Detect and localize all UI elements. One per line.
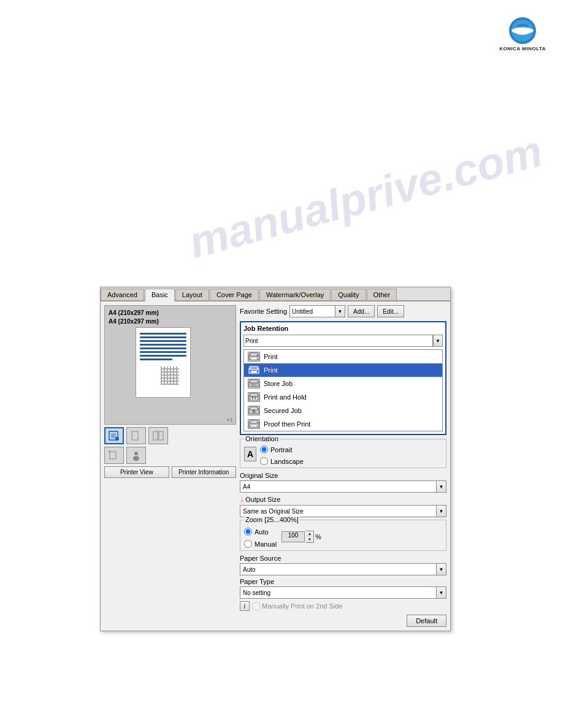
paper-type-select[interactable]: No setting — [240, 586, 437, 599]
manually-print-checkbox[interactable] — [252, 602, 260, 610]
zoom-manual-label: Manual — [255, 540, 277, 548]
paper-source-section: Paper Source Auto ▼ — [240, 555, 446, 575]
tab-watermark-overlay[interactable]: Watermark/Overlay — [259, 289, 331, 300]
svg-rect-24 — [251, 383, 256, 385]
orientation-icon: A — [244, 447, 256, 461]
preview-line-4 — [140, 344, 186, 346]
original-size-label: Original Size — [240, 472, 446, 479]
svg-rect-33 — [250, 420, 258, 423]
edit-button[interactable]: Edit... — [377, 305, 404, 317]
zoom-value-box: 100 ▲ ▼ % — [282, 531, 321, 543]
jr-item-store-job[interactable]: Store Job — [244, 377, 442, 390]
jr-item-print-hold-label: Print and Hold — [264, 393, 307, 401]
svg-rect-10 — [110, 452, 116, 459]
paper-source-arrow[interactable]: ▼ — [437, 563, 446, 575]
original-size-dropdown: A4 ▼ — [240, 480, 446, 493]
jr-item-print-1[interactable]: Print — [244, 350, 442, 363]
preview-icons-row1 — [104, 427, 236, 444]
output-size-select[interactable]: Same as Original Size — [240, 505, 437, 517]
paper-type-section: Paper Type No setting ▼ — [240, 578, 446, 599]
zoom-input[interactable]: 100 — [282, 531, 305, 542]
print-preview: A4 (210x297 mm) A4 (210x297 mm) ×1 — [104, 305, 236, 425]
manually-print-text: Manually Print on 2nd Side — [262, 602, 342, 610]
info-button[interactable]: i — [240, 601, 250, 611]
preview-icon-single[interactable] — [126, 427, 146, 444]
jr-item-print-hold[interactable]: Print and Hold — [244, 390, 442, 404]
svg-point-2 — [514, 26, 531, 35]
paper-type-arrow[interactable]: ▼ — [437, 586, 446, 599]
landscape-radio[interactable] — [260, 457, 268, 465]
preview-icons-row2 — [104, 447, 236, 464]
tab-bar: Advanced Basic Layout Cover Page Waterma… — [101, 287, 450, 301]
preview-icon-booklet[interactable] — [148, 427, 168, 444]
job-retention-value: Print — [245, 338, 258, 344]
tab-basic[interactable]: Basic — [145, 289, 175, 301]
svg-rect-9 — [159, 431, 163, 440]
zoom-auto-radio[interactable] — [244, 528, 252, 536]
svg-rect-16 — [251, 357, 257, 360]
preview-icon-duplex[interactable] — [104, 427, 124, 444]
printer-information-button[interactable]: Printer Information — [172, 466, 237, 478]
orientation-label: Orientation — [244, 435, 280, 442]
svg-rect-5 — [111, 433, 116, 438]
add-button[interactable]: Add... — [348, 305, 375, 317]
printer-view-button[interactable]: Printer View — [104, 466, 169, 478]
tab-quality[interactable]: Quality — [331, 289, 366, 300]
original-size-select[interactable]: A4 — [240, 480, 437, 493]
jr-item-store-job-label: Store Job — [264, 380, 293, 387]
jr-item-print-2[interactable]: Print — [244, 363, 442, 377]
zoom-up-arrow[interactable]: ▲ — [306, 531, 313, 537]
zoom-percent: % — [315, 533, 321, 540]
tab-advanced[interactable]: Advanced — [101, 289, 144, 300]
job-retention-header: Job Retention — [243, 325, 443, 332]
tab-layout[interactable]: Layout — [175, 289, 209, 300]
svg-rect-23 — [250, 380, 258, 383]
jr-icon-secured-job — [248, 406, 260, 415]
job-retention-dropdown-row: Print ▼ — [243, 335, 443, 347]
original-size-arrow[interactable]: ▼ — [437, 480, 446, 493]
svg-rect-20 — [251, 371, 257, 373]
preview-label-top2: A4 (210x297 mm) — [109, 318, 159, 325]
favorite-dropdown-arrow[interactable]: ▼ — [335, 305, 345, 317]
portrait-radio-row: Portrait — [260, 446, 304, 453]
zoom-down-arrow[interactable]: ▼ — [306, 537, 313, 542]
preview-icon-staple[interactable] — [104, 447, 124, 464]
paper-source-select[interactable]: Auto — [240, 563, 437, 575]
output-size-dropdown-arrow[interactable]: ▼ — [437, 505, 446, 517]
jr-item-proof-print[interactable]: 1 Proof then Print — [244, 417, 442, 431]
dialog-content: A4 (210x297 mm) A4 (210x297 mm) ×1 — [101, 301, 450, 631]
paper-source-value: Auto — [243, 566, 256, 573]
original-size-value: A4 — [243, 483, 250, 490]
svg-rect-15 — [250, 353, 258, 356]
tab-other[interactable]: Other — [367, 289, 397, 300]
konica-minolta-logo — [509, 17, 536, 44]
paper-source-dropdown: Auto ▼ — [240, 563, 446, 575]
svg-point-3 — [516, 24, 529, 30]
zoom-auto-label: Auto — [255, 528, 269, 536]
manually-print-label: Manually Print on 2nd Side — [252, 602, 342, 610]
output-size-section: ↓ Output Size Same as Original Size ▼ — [240, 495, 446, 517]
default-row: Default — [240, 615, 446, 627]
right-panel: Favorite Setting Untitled ▼ Add... Edit.… — [240, 305, 446, 627]
svg-point-6 — [115, 437, 119, 441]
zoom-manual-row: Manual — [244, 540, 277, 548]
jr-item-print-1-label: Print — [264, 353, 278, 360]
favorite-setting-select[interactable]: Untitled — [289, 305, 335, 317]
output-size-value: Same as Original Size — [243, 508, 304, 515]
preview-line-short — [140, 358, 172, 360]
preview-grid — [161, 366, 179, 385]
job-retention-select[interactable]: Print — [243, 335, 433, 347]
job-retention-arrow[interactable]: ▼ — [433, 335, 443, 347]
svg-line-11 — [109, 450, 110, 452]
jr-item-secured-job[interactable]: Secured Job — [244, 404, 442, 417]
default-button[interactable]: Default — [407, 615, 446, 627]
tab-cover-page[interactable]: Cover Page — [210, 289, 259, 300]
jr-icon-print-1 — [248, 352, 260, 362]
logo-text: KONICA MINOLTA — [499, 46, 546, 51]
preview-icon-person[interactable] — [126, 447, 146, 464]
portrait-radio[interactable] — [260, 446, 268, 453]
zoom-manual-radio[interactable] — [244, 540, 252, 548]
output-size-arrow-icon: ↓ — [240, 495, 243, 504]
landscape-radio-row: Landscape — [260, 457, 304, 465]
zoom-label: Zoom [25...400%] — [244, 516, 300, 523]
